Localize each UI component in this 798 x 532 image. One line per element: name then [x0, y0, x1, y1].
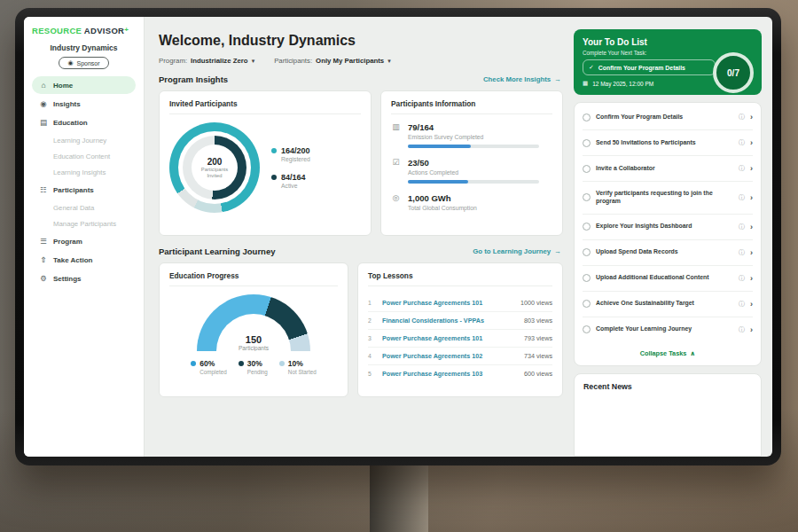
info-icon[interactable]: ⓘ — [739, 138, 745, 147]
lesson-link[interactable]: Power Purchase Agreements 102 — [382, 352, 517, 360]
checkbox-icon[interactable] — [583, 300, 591, 308]
task-row-explore-insights[interactable]: Explore Your Insights Dashboard ⓘ › — [583, 215, 753, 240]
sponsor-badge[interactable]: ◉ Sponsor — [59, 57, 108, 69]
sidebar-item-label: Program — [53, 238, 82, 246]
lesson-link[interactable]: Power Purchase Agreements 101 — [382, 299, 513, 307]
lesson-views: 734 views — [524, 352, 552, 360]
go-to-learning-journey-link[interactable]: Go to Learning Journey → — [473, 247, 561, 255]
chevron-right-icon[interactable]: › — [750, 274, 753, 283]
sidebar-item-label: Home — [53, 82, 73, 90]
info-icon[interactable]: ⓘ — [739, 113, 745, 121]
task-row-complete-learning-journey[interactable]: Complete Your Learning Journey ⓘ › — [583, 317, 753, 342]
todo-task-list: Confirm Your Program Details ⓘ › Send 50… — [574, 102, 762, 366]
card-title: Education Progress — [169, 271, 338, 286]
insights-cards-row: Invited Participants 200 Participants In… — [159, 90, 563, 236]
checkbox-icon[interactable] — [583, 165, 591, 173]
checkbox-icon[interactable] — [583, 193, 591, 201]
settings-icon: ⚙ — [39, 274, 48, 283]
education-progress-card: Education Progress 150 Participants — [159, 262, 348, 397]
sidebar-item-label: Take Action — [53, 256, 92, 264]
sidebar-item-program[interactable]: ☰ Program — [32, 232, 136, 250]
participants-filter-label: Participants: — [274, 57, 312, 65]
checkbox-icon[interactable] — [583, 139, 591, 147]
collapse-tasks-button[interactable]: Collapse Tasks ∧ — [583, 342, 753, 364]
legend-pct: 60% — [200, 359, 226, 368]
gauge-center: 150 Participants — [197, 334, 310, 351]
stat-emission-survey: ▥ 79/164 Emission Survey Completed — [391, 122, 552, 148]
next-task-box[interactable]: ✓ Confirm Your Program Details — [583, 59, 716, 75]
lesson-link[interactable]: Power Purchase Agreements 101 — [382, 334, 517, 342]
info-icon[interactable]: ⓘ — [739, 248, 745, 257]
info-icon[interactable]: ⓘ — [739, 300, 745, 309]
legend-label: Pending — [247, 369, 268, 375]
check-icon: ✓ — [589, 64, 594, 71]
legend-item-active: 84/164 Active — [271, 173, 310, 189]
chevron-right-icon[interactable]: › — [750, 325, 753, 334]
dashboard-screen: RESOURCE ADVISOR+ Industry Dynamics ◉ Sp… — [24, 17, 772, 457]
sidebar-item-participants[interactable]: ☷ Participants — [32, 181, 136, 199]
task-row-send-invitations[interactable]: Send 50 Invitations to Participants ⓘ › — [583, 130, 753, 156]
org-name: Industry Dynamics — [32, 43, 136, 52]
legend-label: Active — [281, 183, 306, 189]
chevron-right-icon[interactable]: › — [750, 223, 753, 231]
sidebar-item-take-action[interactable]: ⇧ Take Action — [32, 251, 136, 269]
stat-value: 79/164 — [408, 122, 539, 132]
arrow-right-icon: → — [554, 75, 561, 83]
todo-title: Your To Do List — [583, 37, 753, 47]
chevron-right-icon[interactable]: › — [750, 193, 753, 202]
gauge-center-value: 150 — [197, 334, 310, 345]
consumption-icon: ◎ — [391, 193, 401, 202]
sidebar-item-general-data[interactable]: General Data — [32, 200, 136, 215]
check-more-insights-link[interactable]: Check More Insights → — [483, 75, 561, 83]
task-row-upload-spend-data[interactable]: Upload Spend Data Records ⓘ › — [583, 240, 753, 266]
lesson-link[interactable]: Power Purchase Agreements 103 — [382, 370, 517, 378]
info-icon[interactable]: ⓘ — [739, 223, 745, 231]
task-row-invite-collaborator[interactable]: Invite a Collaborator ⓘ › — [583, 156, 753, 182]
section-title: Participant Learning Journey — [159, 246, 275, 256]
checkbox-icon[interactable] — [583, 113, 591, 121]
todo-summary-card: Your To Do List Complete Your Next Task:… — [574, 29, 762, 95]
page-title: Welcome, Industry Dynamics — [159, 33, 563, 49]
task-row-upload-educational-content[interactable]: Upload Additional Educational Content ⓘ … — [583, 266, 753, 292]
chevron-right-icon[interactable]: › — [750, 138, 753, 147]
checkbox-icon[interactable] — [583, 325, 591, 333]
program-filter[interactable]: Program: Industrialize Zero ▾ — [159, 57, 254, 65]
task-label: Invite a Collaborator — [596, 165, 733, 173]
chevron-right-icon[interactable]: › — [750, 300, 753, 309]
sidebar-item-settings[interactable]: ⚙ Settings — [32, 270, 136, 287]
task-row-confirm-program[interactable]: Confirm Your Program Details ⓘ › — [583, 105, 753, 130]
chevron-right-icon[interactable]: › — [750, 113, 753, 121]
arrow-right-icon: → — [554, 247, 561, 255]
task-row-achieve-target[interactable]: Achieve One Sustainability Target ⓘ › — [583, 292, 753, 317]
sidebar-item-insights[interactable]: ◉ Insights — [32, 95, 136, 113]
stat-actions-completed: ☑ 23/50 Actions Completed — [391, 158, 552, 184]
info-icon[interactable]: ⓘ — [739, 274, 745, 283]
participants-filter[interactable]: Participants: Only My Participants ▾ — [274, 57, 391, 65]
sidebar-item-manage-participants[interactable]: Manage Participants — [32, 215, 136, 231]
task-row-verify-participants[interactable]: Verify participants requesting to join t… — [583, 182, 753, 215]
chevron-right-icon[interactable]: › — [750, 164, 753, 173]
info-icon[interactable]: ⓘ — [739, 193, 745, 202]
checkbox-icon[interactable] — [583, 274, 591, 282]
link-label: Go to Learning Journey — [473, 247, 551, 255]
sidebar: RESOURCE ADVISOR+ Industry Dynamics ◉ Sp… — [24, 17, 145, 457]
lesson-link[interactable]: Financial Considerations - VPPAs — [382, 317, 517, 325]
filter-bar: Program: Industrialize Zero ▾ Participan… — [159, 57, 563, 65]
checkbox-icon[interactable] — [583, 248, 591, 256]
program-filter-label: Program: — [159, 57, 187, 65]
sidebar-item-learning-journey[interactable]: Learning Journey — [32, 132, 136, 148]
checkbox-icon[interactable] — [583, 223, 591, 231]
info-icon[interactable]: ⓘ — [739, 325, 745, 334]
sidebar-item-education-content[interactable]: Education Content — [32, 148, 136, 164]
info-icon[interactable]: ⓘ — [739, 164, 745, 173]
sidebar-item-home[interactable]: ⌂ Home — [32, 76, 136, 94]
sidebar-item-education[interactable]: ▤ Education — [32, 113, 136, 131]
sidebar-item-learning-insights[interactable]: Learning Insights — [32, 164, 136, 180]
actions-icon: ☑ — [391, 158, 401, 167]
lesson-rank: 4 — [368, 353, 375, 359]
sidebar-item-label: Participants — [53, 186, 94, 194]
card-title: Invited Participants — [169, 99, 361, 114]
legend-label: Not Started — [288, 369, 317, 375]
chevron-right-icon[interactable]: › — [750, 248, 753, 257]
chevron-down-icon: ▾ — [252, 58, 255, 65]
